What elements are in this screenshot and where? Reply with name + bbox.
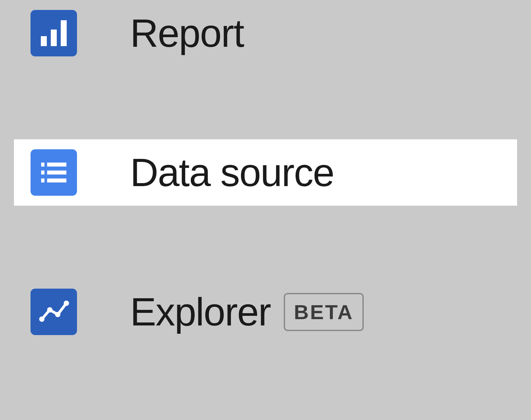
- menu-item-label: Explorer: [130, 289, 270, 334]
- menu-item-report[interactable]: Report: [0, 0, 531, 66]
- svg-point-12: [64, 301, 69, 306]
- bar-chart-icon: [31, 10, 77, 56]
- create-menu: Report Data source Expl: [0, 0, 531, 345]
- list-icon: [31, 149, 77, 196]
- svg-rect-4: [47, 163, 66, 167]
- line-chart-icon: [31, 289, 77, 335]
- menu-item-label: Data source: [130, 150, 334, 195]
- svg-rect-1: [51, 30, 57, 46]
- menu-item-data-source[interactable]: Data source: [14, 139, 517, 206]
- svg-point-10: [47, 307, 52, 313]
- menu-item-label: Report: [130, 11, 244, 56]
- svg-rect-6: [47, 171, 66, 175]
- beta-badge: BETA: [284, 293, 363, 331]
- svg-rect-7: [41, 178, 44, 182]
- svg-rect-0: [41, 36, 47, 46]
- svg-rect-8: [47, 178, 66, 182]
- menu-item-explorer[interactable]: Explorer BETA: [0, 279, 531, 345]
- svg-rect-3: [41, 163, 44, 167]
- spacer: [0, 206, 531, 279]
- svg-rect-5: [41, 171, 44, 175]
- svg-point-9: [39, 316, 44, 322]
- svg-rect-2: [61, 20, 67, 46]
- svg-point-11: [55, 312, 60, 317]
- spacer: [0, 66, 531, 139]
